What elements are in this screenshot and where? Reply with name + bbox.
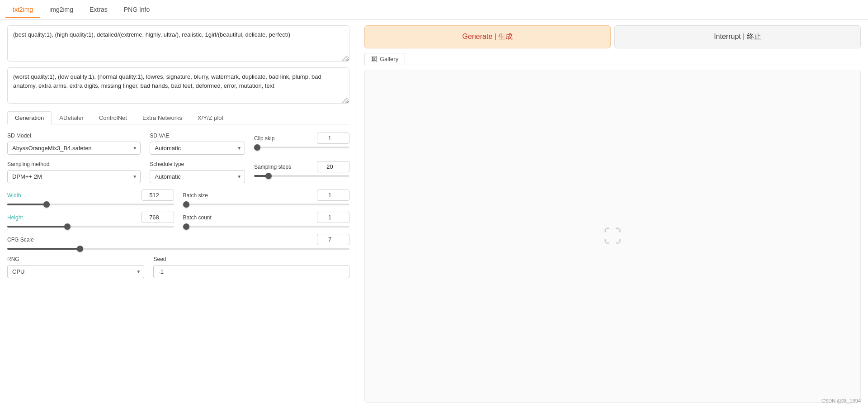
main-layout: (best quality:1), (high quality:1), deta… [0, 20, 868, 408]
width-label: Width [7, 192, 21, 199]
generate-button[interactable]: Generate | 生成 [364, 25, 611, 48]
rng-label: RNG [7, 256, 144, 262]
height-label: Height [7, 214, 23, 221]
batch-count-label: Batch count [183, 214, 212, 221]
sd-vae-group: SD VAE Automatic ▼ [150, 133, 245, 155]
positive-prompt-wrapper: (best quality:1), (high quality:1), deta… [7, 25, 349, 63]
rng-select-wrapper: CPU GPU ▼ [7, 265, 144, 278]
clip-skip-slider[interactable] [254, 147, 349, 148]
batch-size-label: Batch size [183, 192, 208, 199]
sd-model-label: SD Model [7, 133, 141, 139]
gallery-tab-row: 🖼 Gallery [364, 53, 861, 65]
sd-vae-label: SD VAE [150, 133, 245, 139]
width-input[interactable] [142, 190, 174, 201]
seed-label: Seed [153, 256, 349, 262]
sampling-method-label: Sampling method [7, 161, 141, 167]
tab-controlnet[interactable]: ControlNet [91, 111, 135, 124]
image-display-area: ⛶ [364, 70, 861, 403]
model-vae-clip-row: SD Model AbyssOrangeMix3_B4.safeten ▼ SD… [7, 133, 349, 155]
cfg-scale-label: CFG Scale [7, 237, 34, 243]
negative-prompt-wrapper: (worst quality:1), (low quality:1), (nor… [7, 67, 349, 105]
sampling-method-group: Sampling method DPM++ 2M ▼ [7, 161, 141, 183]
gallery-tab-label: Gallery [380, 56, 398, 62]
sampling-method-select-wrapper: DPM++ 2M ▼ [7, 170, 141, 183]
batch-count-slider[interactable] [183, 226, 350, 228]
tab-txt2img[interactable]: txt2img [5, 2, 40, 18]
sampling-method-select[interactable]: DPM++ 2M [7, 170, 141, 183]
interrupt-button[interactable]: Interrupt | 终止 [614, 25, 861, 48]
height-input[interactable] [142, 212, 174, 223]
tab-png-info[interactable]: PNG Info [117, 2, 157, 18]
width-group: Width [7, 190, 174, 205]
top-tab-bar: txt2img img2img Extras PNG Info [0, 0, 868, 20]
negative-prompt-input[interactable]: (worst quality:1), (low quality:1), (nor… [7, 67, 349, 104]
sampling-steps-input[interactable] [317, 161, 349, 172]
clip-skip-group: Clip skip [254, 133, 349, 148]
right-panel: Generate | 生成 Interrupt | 终止 🖼 Gallery ⛶ [357, 20, 868, 408]
cfg-scale-slider[interactable] [7, 248, 349, 250]
left-panel: (best quality:1), (high quality:1), deta… [0, 20, 357, 408]
schedule-type-select-wrapper: Automatic ▼ [150, 170, 245, 183]
rng-seed-row: RNG CPU GPU ▼ Seed [7, 256, 349, 278]
gallery-tab[interactable]: 🖼 Gallery [364, 53, 405, 65]
batch-size-group: Batch size [183, 190, 350, 205]
tab-extras[interactable]: Extras [82, 2, 115, 18]
batch-size-slider[interactable] [183, 204, 350, 205]
height-group: Height [7, 212, 174, 228]
tab-adetailer[interactable]: ADetailer [52, 111, 91, 124]
sampling-steps-slider[interactable] [254, 175, 349, 177]
sub-tab-bar: Generation ADetailer ControlNet Extra Ne… [7, 111, 349, 124]
schedule-type-label: Schedule type [150, 161, 245, 167]
rng-group: RNG CPU GPU ▼ [7, 256, 144, 278]
tab-xyz-plot[interactable]: X/Y/Z plot [190, 111, 231, 124]
sampling-row: Sampling method DPM++ 2M ▼ Schedule type… [7, 161, 349, 183]
width-batch-size-row: Width Batch size [7, 190, 349, 205]
sd-model-select-wrapper: AbyssOrangeMix3_B4.safeten ▼ [7, 142, 141, 155]
clip-skip-input[interactable] [317, 133, 349, 144]
cfg-scale-group: CFG Scale [7, 234, 349, 250]
positive-prompt-input[interactable]: (best quality:1), (high quality:1), deta… [7, 25, 349, 62]
sd-model-select[interactable]: AbyssOrangeMix3_B4.safeten [7, 142, 141, 155]
generation-params: SD Model AbyssOrangeMix3_B4.safeten ▼ SD… [7, 129, 349, 278]
seed-input[interactable] [153, 265, 349, 278]
batch-size-input[interactable] [317, 190, 349, 201]
height-batch-count-row: Height Batch count [7, 212, 349, 228]
batch-count-input[interactable] [317, 212, 349, 223]
seed-group: Seed [153, 256, 349, 278]
sd-vae-select-wrapper: Automatic ▼ [150, 142, 245, 155]
rng-select[interactable]: CPU GPU [7, 265, 144, 278]
width-slider[interactable] [7, 204, 174, 205]
cfg-scale-input[interactable] [317, 234, 349, 245]
batch-count-group: Batch count [183, 212, 350, 228]
generate-row: Generate | 生成 Interrupt | 终止 [364, 25, 861, 48]
schedule-type-group: Schedule type Automatic ▼ [150, 161, 245, 183]
sampling-steps-group: Sampling steps [254, 161, 349, 177]
tab-extra-networks[interactable]: Extra Networks [135, 111, 190, 124]
schedule-type-select[interactable]: Automatic [150, 170, 245, 183]
clip-skip-label: Clip skip [254, 135, 274, 142]
watermark-text: CSDN @旭_1994 [821, 398, 861, 404]
height-slider[interactable] [7, 226, 174, 228]
gallery-icon: 🖼 [371, 56, 377, 62]
image-placeholder-icon: ⛶ [604, 226, 622, 247]
tab-generation[interactable]: Generation [7, 111, 52, 124]
sampling-steps-label: Sampling steps [254, 164, 291, 170]
sd-vae-select[interactable]: Automatic [150, 142, 245, 155]
sd-model-group: SD Model AbyssOrangeMix3_B4.safeten ▼ [7, 133, 141, 155]
tab-img2img[interactable]: img2img [42, 2, 80, 18]
